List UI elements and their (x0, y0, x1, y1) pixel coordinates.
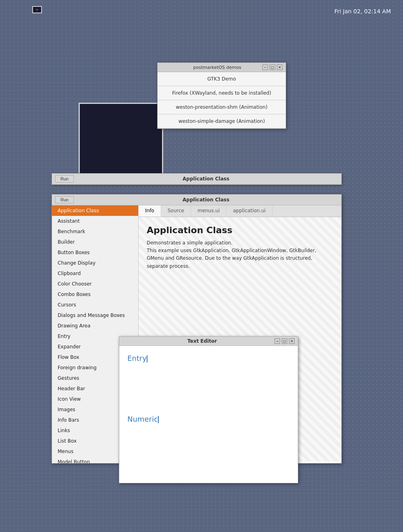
text-entry-field[interactable]: Entry (127, 354, 290, 362)
pmos-maximize-btn[interactable]: □ (270, 64, 275, 70)
tab-source[interactable]: Source (161, 205, 191, 217)
pmos-title: postmarketOS demos (173, 65, 262, 70)
sidebar-item-cursors[interactable]: Cursors (52, 300, 138, 310)
content-description: Demonstrates a simple application. This … (147, 239, 333, 270)
text-editor-minimize-btn[interactable]: − (274, 338, 280, 344)
gtk-outer-run-button[interactable]: Run (55, 175, 74, 182)
text-editor-maximize-btn[interactable]: □ (282, 338, 287, 344)
pmos-item-weston-damage[interactable]: weston-simple-damage (Animation) (158, 114, 286, 128)
tab-bar: Info Source menus.ui application.ui (139, 205, 341, 217)
gtk-inner-titlebar: Run Application Class (52, 195, 341, 205)
sidebar-item-change-display[interactable]: Change Display (52, 258, 138, 268)
pmos-item-gtk3[interactable]: GTK3 Demo (158, 72, 286, 86)
terminal-icon[interactable] (32, 6, 42, 13)
pmos-item-firefox[interactable]: Firefox (XWayland, needs to be installed… (158, 86, 286, 100)
pmos-close-btn[interactable]: ✕ (277, 64, 283, 70)
gtk-inner-title: Application Class (74, 197, 338, 203)
pmos-titlebar: postmarketOS demos − □ ✕ (158, 63, 286, 72)
sidebar-item-dialogs[interactable]: Dialogs and Message Boxes (52, 310, 138, 321)
content-title: Application Class (147, 225, 333, 235)
pmos-window-buttons: − □ ✕ (262, 64, 283, 70)
pmos-item-weston-shm[interactable]: weston-presentation-shm (Animation) (158, 100, 286, 114)
text-editor-titlebar: Text Editor − □ ✕ (119, 337, 298, 346)
tab-application-ui[interactable]: application.ui (226, 205, 272, 217)
text-editor-title: Text Editor (131, 338, 274, 344)
sidebar-item-clipboard[interactable]: Clipboard (52, 268, 138, 279)
sidebar-item-drawing-area[interactable]: Drawing Area (52, 321, 138, 331)
sidebar-item-benchmark[interactable]: Benchmark (52, 226, 138, 237)
gtk-outer-title: Application Class (74, 176, 338, 182)
text-editor-window-buttons: − □ ✕ (274, 338, 295, 344)
text-editor-body[interactable]: Entry Numeric (119, 346, 298, 483)
tab-info[interactable]: Info (139, 205, 161, 217)
background-window (79, 103, 163, 181)
tab-menus-ui[interactable]: menus.ui (191, 205, 226, 217)
text-editor-close-btn[interactable]: ✕ (289, 338, 295, 344)
status-bar: Fri Jan 02, 02:14 AM (334, 8, 391, 14)
pmos-minimize-btn[interactable]: − (262, 64, 268, 70)
sidebar-item-builder[interactable]: Builder (52, 237, 138, 247)
text-numeric-field[interactable]: Numeric (127, 415, 290, 423)
sidebar-item-color-chooser[interactable]: Color Chooser (52, 279, 138, 289)
sidebar-item-button-boxes[interactable]: Button Boxes (52, 247, 138, 258)
gtk-outer-titlebar: Run Application Class (52, 174, 341, 184)
gtk-inner-run-button[interactable]: Run (55, 196, 74, 203)
sidebar-item-assistant[interactable]: Assistant (52, 216, 138, 226)
text-cursor-numeric (158, 416, 159, 423)
datetime: Fri Jan 02, 02:14 AM (334, 8, 391, 14)
gtk-outer-window: Run Application Class (52, 173, 342, 185)
text-editor-window: Text Editor − □ ✕ Entry Numeric (119, 336, 298, 483)
text-cursor (147, 355, 147, 362)
sidebar-item-combo-boxes[interactable]: Combo Boxes (52, 289, 138, 300)
pmos-demos-window: postmarketOS demos − □ ✕ GTK3 Demo Firef… (157, 62, 286, 129)
sidebar-item-application-class[interactable]: Application Class (52, 205, 138, 216)
